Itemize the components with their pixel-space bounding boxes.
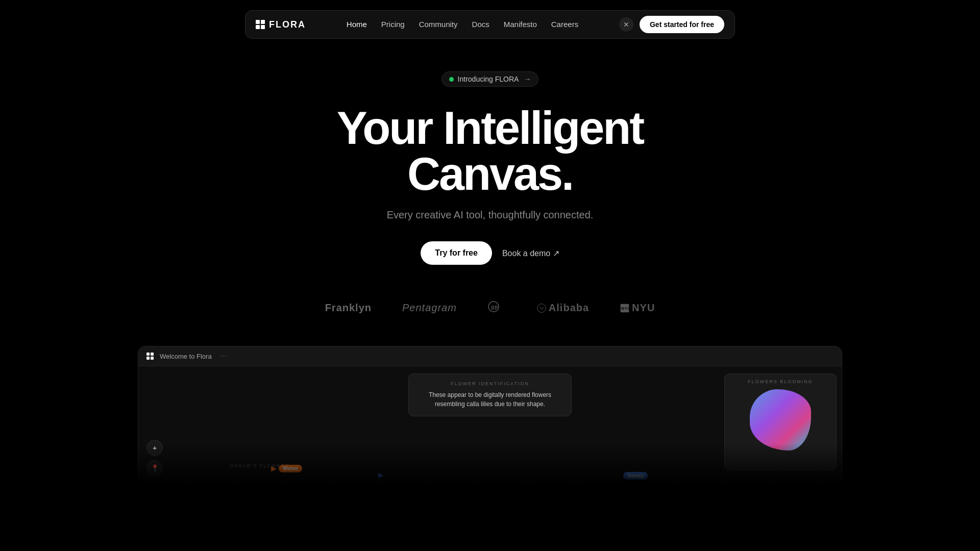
logo[interactable]: FLORA bbox=[256, 19, 306, 30]
nav-docs[interactable]: Docs bbox=[472, 20, 489, 29]
flower-id-text: These appear to be digitally rendered fl… bbox=[416, 390, 564, 409]
flowers-blooming-card: FLOWERS BLOOMING bbox=[724, 373, 837, 470]
hero-subtitle: Every creative AI tool, thoughtfully con… bbox=[387, 209, 594, 221]
badge-arrow: → bbox=[524, 75, 531, 83]
logo-nyu: NYU NYU bbox=[620, 302, 655, 314]
nav-careers[interactable]: Careers bbox=[551, 20, 578, 29]
hero-badge[interactable]: Introducing FLORA → bbox=[442, 71, 539, 87]
canvas-body: FLOWER IDENTIFICATION These appear to be… bbox=[138, 366, 842, 484]
hero-section: Introducing FLORA → Your Intelligent Can… bbox=[0, 0, 980, 484]
add-tool[interactable]: + bbox=[146, 440, 163, 456]
logo-text: FLORA bbox=[269, 19, 306, 30]
close-icon[interactable]: ✕ bbox=[619, 17, 633, 32]
flower-blob bbox=[750, 389, 811, 450]
flower-id-label: FLOWER IDENTIFICATION bbox=[416, 381, 564, 386]
nav-manifesto[interactable]: Manifesto bbox=[504, 20, 537, 29]
nav-home[interactable]: Home bbox=[347, 20, 367, 29]
book-demo-button[interactable]: Book a demo ↗ bbox=[502, 248, 559, 258]
nav-community[interactable]: Community bbox=[419, 20, 458, 29]
samay-cursor: ▶ Samay bbox=[378, 470, 384, 480]
canvas-logo-icon bbox=[146, 353, 154, 360]
badge-dot bbox=[449, 77, 454, 82]
nav-links: Home Pricing Community Docs Manifesto Ca… bbox=[347, 20, 578, 29]
navbar: FLORA Home Pricing Community Docs Manife… bbox=[245, 10, 735, 39]
canvas-preview: Welcome to Flora ··· FLOWER IDENTIFICATI… bbox=[138, 346, 842, 484]
logo-gp: gp bbox=[487, 300, 506, 315]
try-for-free-button[interactable]: Try for free bbox=[421, 241, 492, 265]
hero-actions: Try for free Book a demo ↗ bbox=[421, 241, 559, 265]
logo-alibaba: Alibaba bbox=[536, 302, 589, 314]
logo-bar: Franklyn Pentagram gp Alibaba NYU NYU bbox=[325, 300, 655, 315]
flowers-blooming-label: FLOWERS BLOOMING bbox=[730, 379, 831, 384]
svg-text:NYU: NYU bbox=[621, 306, 630, 311]
canvas-menu-dots[interactable]: ··· bbox=[220, 352, 227, 361]
canvas-preview-wrapper: S +4 ▶ Share Welcome to Flora ··· bbox=[138, 346, 842, 484]
pin-tool[interactable]: 📍 bbox=[146, 460, 163, 477]
samay-cursor-arrow: ▶ bbox=[378, 471, 384, 479]
flower-id-card: FLOWER IDENTIFICATION These appear to be… bbox=[408, 373, 572, 416]
nav-pricing[interactable]: Pricing bbox=[381, 20, 405, 29]
canvas-title: Welcome to Flora bbox=[160, 353, 212, 360]
weber-cursor: ▶ Weber bbox=[271, 464, 302, 472]
logo-pentagram: Pentagram bbox=[402, 302, 457, 314]
weber-badge: Weber bbox=[279, 465, 302, 472]
get-started-button[interactable]: Get started for free bbox=[640, 16, 724, 33]
samay-badge: Samay bbox=[623, 472, 648, 480]
main-content: Introducing FLORA → Your Intelligent Can… bbox=[0, 0, 980, 484]
svg-text:gp: gp bbox=[491, 304, 498, 310]
hero-title: Your Intelligent Canvas. bbox=[260, 105, 720, 197]
canvas-sidebar: + 📍 bbox=[146, 440, 163, 477]
logo-icon bbox=[256, 20, 265, 29]
badge-text: Introducing FLORA bbox=[458, 75, 519, 83]
logo-franklyn: Franklyn bbox=[325, 302, 372, 314]
nav-right: ✕ Get started for free bbox=[619, 16, 724, 33]
weber-cursor-arrow: ▶ bbox=[271, 464, 277, 472]
canvas-top-bar: Welcome to Flora ··· bbox=[138, 346, 842, 366]
